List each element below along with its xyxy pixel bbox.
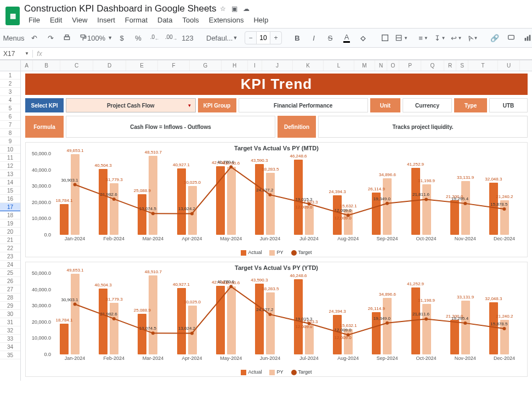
row-headers[interactable]: 1234567891011121314151617181920212223242… bbox=[0, 60, 21, 381]
decrease-font-button[interactable]: − bbox=[245, 34, 256, 42]
chevron-down-icon: ▼ bbox=[424, 36, 428, 41]
chart-title: Target Vs Actual Vs PY (YTD) bbox=[26, 264, 527, 271]
bold-button[interactable]: B bbox=[291, 31, 304, 45]
rotate-button[interactable]: A▼ bbox=[466, 31, 479, 45]
font-select[interactable]: Defaul... ▼ bbox=[203, 31, 236, 45]
comment-icon bbox=[507, 33, 516, 42]
svg-point-13 bbox=[112, 198, 116, 201]
menu-insert[interactable]: Insert bbox=[93, 14, 120, 26]
halign-button[interactable]: ≡▼ bbox=[417, 31, 430, 45]
menu-extensions[interactable]: Extensions bbox=[205, 14, 248, 26]
svg-point-29 bbox=[268, 313, 271, 316]
unit-value: Currency bbox=[403, 98, 452, 112]
star-icon[interactable]: ☆ bbox=[220, 5, 226, 13]
svg-point-34 bbox=[463, 321, 467, 325]
doc-title[interactable]: Construction KPI Dashboard in Google She… bbox=[24, 3, 217, 14]
chart-ytd[interactable]: Target Vs Actual Vs PY (YTD)0.010,000.02… bbox=[25, 262, 528, 377]
print-icon bbox=[63, 33, 71, 42]
text-color-button[interactable]: A bbox=[340, 31, 353, 45]
svg-point-20 bbox=[386, 202, 389, 205]
comment-button[interactable] bbox=[505, 31, 518, 45]
svg-rect-8 bbox=[508, 35, 514, 39]
increase-font-button[interactable]: + bbox=[270, 34, 281, 42]
font-size-stepper[interactable]: − + bbox=[245, 31, 282, 44]
chart-icon bbox=[523, 33, 532, 42]
toolbar: Menus ↶ ↷ 100% ▼ $ % .0← .00→ 123 Defaul… bbox=[0, 28, 532, 48]
sheets-logo[interactable]: ▦ bbox=[5, 7, 20, 25]
menubar: FileEditViewInsertFormatDataToolsExtensi… bbox=[24, 14, 273, 28]
decrease-decimal-button[interactable]: .0← bbox=[148, 31, 161, 45]
svg-rect-2 bbox=[64, 37, 69, 40]
svg-point-25 bbox=[112, 317, 116, 320]
redo-button[interactable]: ↷ bbox=[44, 31, 57, 45]
zoom-select[interactable]: 100% ▼ bbox=[93, 31, 106, 45]
dashboard: KPI Trend Select KPI Project Cash Flow K… bbox=[25, 74, 528, 377]
menu-file[interactable]: File bbox=[24, 14, 44, 26]
svg-point-27 bbox=[190, 331, 194, 335]
increase-decimal-button[interactable]: .00→ bbox=[165, 31, 178, 45]
svg-point-14 bbox=[151, 212, 155, 215]
number-format-button[interactable]: 123 bbox=[181, 31, 194, 45]
chevron-down-icon: ▼ bbox=[442, 36, 446, 41]
borders-button[interactable] bbox=[378, 31, 392, 45]
kpi-dropdown[interactable]: Project Cash Flow bbox=[66, 98, 196, 112]
print-button[interactable] bbox=[60, 31, 73, 45]
insert-chart-button[interactable] bbox=[521, 31, 532, 45]
italic-button[interactable]: I bbox=[307, 31, 320, 45]
valign-button[interactable]: ↧▼ bbox=[433, 31, 446, 45]
font-size-input[interactable] bbox=[256, 32, 270, 44]
chart-legend: ActualPYTarget bbox=[26, 369, 527, 375]
chart-legend: ActualPYTarget bbox=[26, 250, 527, 256]
chevron-down-icon: ▼ bbox=[233, 35, 237, 41]
svg-point-33 bbox=[425, 317, 428, 320]
svg-point-15 bbox=[190, 212, 194, 215]
svg-point-22 bbox=[463, 202, 467, 205]
chevron-down-icon: ▼ bbox=[458, 36, 462, 41]
dashboard-title: KPI Trend bbox=[25, 74, 528, 95]
fill-color-button[interactable] bbox=[356, 31, 370, 45]
chart-title: Target Vs Actual Vs PY (MTD) bbox=[26, 145, 527, 151]
svg-point-28 bbox=[229, 285, 233, 288]
svg-point-17 bbox=[268, 193, 271, 196]
svg-rect-11 bbox=[529, 35, 531, 41]
merge-button[interactable]: ▼ bbox=[395, 31, 408, 45]
percent-button[interactable]: % bbox=[132, 31, 145, 45]
menu-tools[interactable]: Tools bbox=[178, 14, 203, 26]
svg-point-19 bbox=[347, 213, 350, 217]
undo-button[interactable]: ↶ bbox=[27, 31, 41, 45]
svg-rect-3 bbox=[65, 35, 68, 37]
strike-button[interactable]: S bbox=[324, 31, 337, 45]
wrap-button[interactable]: ↩▼ bbox=[450, 31, 463, 45]
search-menus[interactable]: Menus bbox=[5, 31, 19, 45]
svg-point-21 bbox=[425, 198, 428, 201]
cloud-icon[interactable]: ☁ bbox=[243, 5, 250, 13]
chevron-down-icon: ▼ bbox=[404, 36, 408, 41]
menu-data[interactable]: Data bbox=[153, 14, 177, 26]
column-headers[interactable]: ABCDEFGHIJKLMNOPQRSTU bbox=[21, 60, 532, 71]
chart-mtd[interactable]: Target Vs Actual Vs PY (MTD)0.010,000.02… bbox=[25, 142, 528, 257]
menu-edit[interactable]: Edit bbox=[46, 14, 66, 26]
menu-view[interactable]: View bbox=[67, 14, 92, 26]
svg-point-23 bbox=[502, 207, 506, 211]
kpi-group-label: KPI Group bbox=[198, 98, 236, 112]
fill-icon bbox=[359, 33, 367, 42]
unit-label: Unit bbox=[370, 98, 400, 112]
fx-icon: fx bbox=[33, 50, 46, 58]
type-value: UTB bbox=[489, 98, 528, 112]
currency-button[interactable]: $ bbox=[115, 31, 128, 45]
svg-point-26 bbox=[151, 331, 155, 335]
svg-rect-9 bbox=[525, 38, 527, 41]
svg-point-30 bbox=[308, 322, 311, 325]
menu-format[interactable]: Format bbox=[121, 14, 152, 26]
borders-icon bbox=[381, 33, 389, 42]
menu-help[interactable]: Help bbox=[249, 14, 273, 26]
svg-point-16 bbox=[229, 165, 233, 168]
definition-value: Tracks project liquidity. bbox=[318, 116, 528, 138]
chevron-down-icon: ▼ bbox=[25, 51, 29, 56]
move-icon[interactable]: ▣ bbox=[231, 5, 237, 13]
link-button[interactable]: 🔗 bbox=[488, 31, 501, 45]
name-box[interactable]: X17▼ bbox=[0, 50, 33, 58]
svg-point-18 bbox=[308, 202, 311, 206]
select-kpi-label: Select KPI bbox=[25, 98, 64, 112]
kpi-group-value: Financial Performance bbox=[239, 98, 369, 112]
